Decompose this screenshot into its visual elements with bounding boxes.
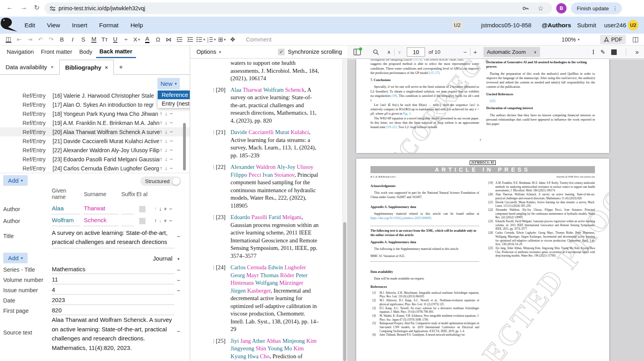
move-up-icon[interactable]: ↑ [160, 165, 162, 171]
ref-entry-row[interactable]: Ref/Entry[21] Davide Cacciarelli Murat K… [0, 136, 190, 146]
ref-entry-row[interactable]: Ref/Entry[19] A.M. Franklin N.E. Brinkma… [0, 118, 190, 127]
authors-link[interactable]: @Authors [542, 22, 571, 29]
menu-insert[interactable]: Insert [72, 22, 87, 29]
url-text[interactable]: primo-test.trivic.io/dp/jwtwkleh32vqj [59, 5, 522, 11]
font-color-icon[interactable]: A [142, 36, 153, 43]
pdf-link[interactable]: Fig. 1 [403, 112, 410, 115]
preview-reference[interactable]: ⋮[22]Alexander Waldron Aly-Joy Ulusoy Fi… [191, 163, 342, 210]
indent-increase-icon[interactable] [185, 36, 195, 43]
bold-icon[interactable]: B [57, 36, 67, 43]
doc-tab-data-availability[interactable]: Data availability× [0, 60, 59, 74]
menu-help[interactable]: Help [130, 22, 143, 29]
move-down-icon[interactable]: ↓ [165, 129, 168, 135]
tab-back-matter[interactable]: Back matter [96, 45, 136, 58]
move-down-icon[interactable]: ↓ [165, 156, 168, 162]
close-tab-icon[interactable]: × [105, 64, 108, 70]
surname-input[interactable]: Schenck [84, 217, 119, 226]
tab-front-matter[interactable]: Front matter [38, 45, 76, 58]
new-button[interactable]: New ▾ [157, 78, 180, 89]
remove-entry-icon[interactable]: − [170, 147, 173, 153]
comment-label[interactable]: Comment [246, 36, 272, 43]
indent-decrease-icon[interactable] [174, 36, 185, 43]
browser-profile-avatar[interactable]: B [556, 3, 567, 13]
remove-entry-icon[interactable]: − [170, 165, 173, 171]
underline-icon[interactable]: U [110, 36, 121, 43]
options-dropdown[interactable]: Options ▾ [196, 49, 221, 55]
remove-field-icon[interactable]: − [177, 277, 180, 284]
more-tools-icon[interactable]: » [635, 49, 639, 56]
given-name-input[interactable]: Wolfram [52, 217, 80, 226]
remove-author-icon[interactable]: − [169, 206, 172, 212]
move-up-icon[interactable]: ↑ [160, 138, 162, 144]
preview-reference[interactable]: ⋮[23]Edoardo Pasolli Farid Melgani, Gaus… [191, 214, 342, 260]
move-up-icon[interactable]: ↑ [160, 111, 162, 117]
pdf-link[interactable]: [13,14] [413, 59, 422, 61]
synchronize-scrolling-checkbox[interactable]: ✓ [278, 49, 285, 55]
given-name-input[interactable]: Alaa [52, 205, 80, 214]
drag-handle-icon[interactable]: ⋮ [211, 337, 216, 361]
address-bar[interactable]: primo-test.trivic.io/dp/jwtwkleh32vqj ☆ [44, 2, 552, 14]
preview-reference[interactable]: ⋮[20]Alaa Tharwat Wolfram Schenck, A sur… [191, 86, 342, 125]
pdf-sidebar-toggle-icon[interactable] [353, 49, 361, 55]
annotate-pencil-icon[interactable]: ✎ [601, 49, 606, 56]
add-author-icon[interactable]: + [164, 217, 167, 224]
pdf-search-icon[interactable] [373, 49, 379, 55]
ref-entry-row[interactable]: Ref/Entry[24] Carlos Cernuda Edwin Lugho… [0, 164, 190, 173]
pdf-canvas[interactable]: throughout the sampling course [13,14]. … [347, 59, 644, 361]
color-swatch-icon[interactable] [611, 49, 617, 55]
side-panel-toggle-icon[interactable]: ◫ [632, 35, 638, 43]
move-author-down-icon[interactable]: ↓ [159, 206, 162, 212]
field-value-first-page[interactable]: 820 [52, 307, 174, 315]
divide-icon[interactable]: ÷ [121, 36, 131, 43]
surname-input[interactable]: Tharwat [84, 205, 119, 214]
move-down-icon[interactable]: ↓ [165, 147, 168, 153]
ref-entry-row[interactable]: Ref/Entry[22] Alexander Waldron Aly-Joy … [0, 146, 190, 155]
ref-entry-row[interactable]: Ref/Entry[20] Alaa Tharwat Wolfram Schen… [0, 127, 190, 136]
add-author-icon[interactable]: + [164, 206, 167, 212]
pdf-zoom-select[interactable]: Automatic Zoom ∨ [483, 47, 540, 57]
move-up-icon[interactable]: ↑ [160, 156, 162, 162]
field-value-issue-number[interactable]: 4 [52, 286, 174, 295]
previous-page-icon[interactable]: ∧ [387, 49, 391, 55]
remove-field-icon[interactable]: − [177, 287, 180, 294]
user-avatar[interactable]: U2 [628, 20, 638, 30]
drag-handle-icon[interactable]: ⋮ [211, 214, 216, 260]
doc-tab-bibliography[interactable]: Bibliography× [59, 60, 114, 75]
remove-source-icon[interactable]: − [177, 328, 180, 335]
drag-handle-icon[interactable]: ⋮ [211, 129, 216, 159]
suffix-input[interactable] [121, 205, 134, 214]
move-down-icon[interactable]: ↓ [165, 165, 168, 171]
move-up-icon[interactable]: ↑ [160, 147, 162, 153]
pdf-link[interactable]: [15–17] [429, 71, 439, 75]
page-number-input[interactable] [407, 47, 425, 57]
submit-link[interactable]: Submit [577, 22, 596, 29]
page-view-icon[interactable]: ◫ [3, 36, 14, 43]
move-author-up-icon[interactable]: ↑ [154, 206, 157, 212]
source-text-value[interactable]: Alaa Tharwat and Wolfram Schenck. A surv… [52, 315, 174, 353]
preview-reference[interactable]: ⋮[25]Jiyi Jang Ather Abbas Minjeong Kim … [191, 337, 342, 361]
pdf-link[interactable]: [18] [391, 94, 397, 98]
special-char-icon[interactable]: Ω [153, 36, 163, 43]
move-down-icon[interactable]: ↓ [165, 111, 168, 117]
title-field-value[interactable]: A survey on active learning: State-of-th… [52, 228, 174, 248]
structured-toggle[interactable]: Structured [140, 176, 181, 186]
close-tab-icon[interactable]: × [51, 64, 54, 70]
markup-icon[interactable]: M [89, 36, 99, 43]
move-author-up-icon[interactable]: ↑ [154, 217, 157, 224]
move-author-down-icon[interactable]: ↓ [159, 217, 162, 224]
etal-checkbox[interactable] [139, 206, 145, 212]
tab-body[interactable]: Body [76, 45, 96, 58]
numbered-list-icon[interactable]: 123▾ [206, 36, 217, 43]
back-icon[interactable]: ← [6, 4, 13, 11]
move-down-icon[interactable]: ↓ [165, 138, 168, 144]
remove-author-icon[interactable]: − [169, 217, 172, 224]
move-up-icon[interactable]: ↑ [160, 129, 162, 135]
tab-navigation[interactable]: Navigation [3, 45, 38, 58]
add-tab-icon[interactable]: + [114, 60, 128, 74]
skip-start-icon[interactable]: ⇤ [14, 36, 25, 43]
finish-update-button[interactable]: Finish update ⋮ [571, 2, 622, 14]
bookmark-star-icon[interactable]: ☆ [538, 4, 544, 13]
remove-entry-icon[interactable]: − [170, 129, 173, 135]
browser-menu-icon[interactable]: ⋮ [612, 5, 618, 11]
drag-handle-icon[interactable]: ⋮ [211, 264, 216, 333]
